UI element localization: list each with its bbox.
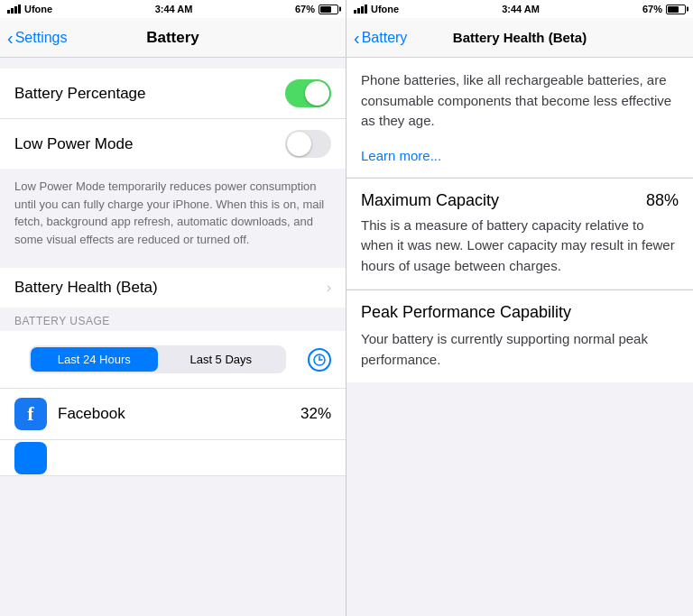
low-power-description: Low Power Mode temporarily reduces power… — [0, 169, 346, 257]
app-icon-placeholder — [14, 442, 47, 474]
nav-title-left: Battery — [146, 29, 199, 47]
facebook-icon: f — [14, 398, 47, 430]
signal-icon-right — [354, 5, 367, 14]
description-text: Low Power Mode temporarily reduces power… — [14, 179, 324, 246]
facebook-app-row: f Facebook 32% — [0, 389, 346, 440]
toggle-knob-off — [287, 132, 311, 156]
more-apps-row — [0, 440, 346, 476]
right-panel: Ufone 3:44 AM 67% ‹ Battery Battery Heal… — [346, 0, 693, 616]
back-button-left[interactable]: ‹ Settings — [7, 29, 67, 47]
health-row[interactable]: Battery Health (Beta) › — [0, 268, 346, 308]
facebook-name: Facebook — [58, 405, 290, 423]
battery-fill-right — [668, 6, 679, 13]
health-chevron-icon: › — [327, 280, 331, 296]
capacity-value: 88% — [646, 191, 679, 210]
peak-performance-block: Peak Performance Capability Your battery… — [346, 290, 693, 382]
nav-title-right: Battery Health (Beta) — [453, 30, 587, 45]
clock-button[interactable] — [308, 348, 331, 372]
battery-icon-left — [319, 5, 338, 14]
content-left: Battery Percentage Low Power Mode Low Po… — [0, 58, 346, 616]
battery-icon-right — [666, 5, 686, 14]
battery-percent-left: 67% — [295, 4, 315, 14]
low-power-mode-row: Low Power Mode — [0, 119, 346, 169]
time-left: 3:44 AM — [155, 4, 193, 14]
battery-percentage-row: Battery Percentage — [0, 69, 346, 119]
learn-more-link[interactable]: Learn more... — [361, 148, 441, 163]
clock-icon — [313, 354, 326, 366]
nav-bar-left: ‹ Settings Battery — [0, 18, 346, 58]
peak-performance-description: Your battery is currently supporting nor… — [361, 329, 679, 370]
segment-row: Last 24 Hours Last 5 Days — [0, 331, 346, 389]
toggle-group: Battery Percentage Low Power Mode — [0, 69, 346, 169]
carrier-left: Ufone — [24, 4, 52, 14]
nav-bar-right: ‹ Battery Battery Health (Beta) — [346, 18, 693, 58]
usage-section-header: BATTERY USAGE — [0, 308, 346, 331]
low-power-mode-label: Low Power Mode — [14, 135, 133, 153]
status-right-left: 67% — [295, 4, 338, 14]
back-button-right[interactable]: ‹ Battery — [354, 29, 407, 47]
toggle-knob-on — [305, 81, 329, 106]
status-left: Ufone — [7, 4, 52, 14]
back-label-left: Settings — [15, 30, 68, 46]
status-bar-left: Ufone 3:44 AM 67% — [0, 0, 346, 18]
signal-icon — [7, 5, 21, 14]
back-chevron-left: ‹ — [7, 29, 14, 47]
back-chevron-right: ‹ — [354, 29, 360, 47]
left-panel: Ufone 3:44 AM 67% ‹ Settings Battery Bat… — [0, 0, 346, 616]
capacity-label: Maximum Capacity — [361, 191, 499, 210]
usage-header-text: BATTERY USAGE — [14, 315, 110, 327]
back-label-right: Battery — [362, 30, 408, 46]
status-bar-right: Ufone 3:44 AM 67% — [346, 0, 693, 18]
peak-performance-label: Peak Performance Capability — [361, 303, 679, 322]
segment-5d[interactable]: Last 5 Days — [158, 347, 285, 372]
time-right: 3:44 AM — [502, 4, 540, 14]
capacity-description: This is a measure of battery capacity re… — [361, 216, 679, 277]
max-capacity-block: Maximum Capacity 88% This is a measure o… — [346, 179, 693, 290]
intro-text: Phone batteries, like all rechargeable b… — [361, 70, 679, 132]
low-power-mode-toggle[interactable] — [285, 130, 331, 158]
battery-percent-right: 67% — [642, 4, 662, 14]
content-right: Phone batteries, like all rechargeable b… — [346, 58, 693, 616]
intro-block: Phone batteries, like all rechargeable b… — [346, 58, 693, 177]
status-left-right: Ufone — [354, 4, 399, 14]
status-right-right: 67% — [642, 4, 686, 14]
segment-24h[interactable]: Last 24 Hours — [31, 347, 158, 372]
facebook-percent: 32% — [300, 405, 331, 423]
carrier-right: Ufone — [371, 4, 399, 14]
capacity-row: Maximum Capacity 88% — [361, 191, 679, 210]
health-group: Battery Health (Beta) › — [0, 268, 346, 308]
battery-percentage-label: Battery Percentage — [14, 85, 146, 103]
battery-fill-left — [320, 6, 331, 13]
segment-control[interactable]: Last 24 Hours Last 5 Days — [29, 345, 286, 373]
health-label: Battery Health (Beta) — [14, 279, 158, 297]
facebook-letter: f — [27, 402, 33, 426]
battery-percentage-toggle[interactable] — [285, 79, 331, 107]
